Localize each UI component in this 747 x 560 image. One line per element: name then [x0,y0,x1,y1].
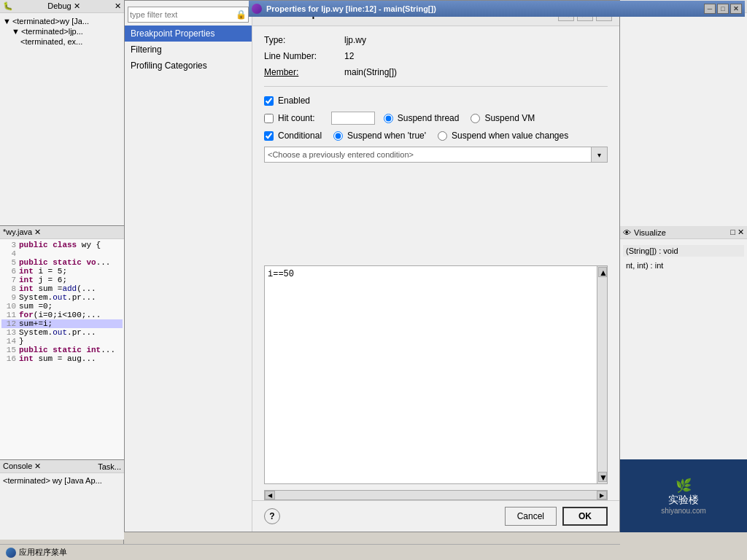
suspend-thread-label: Suspend thread [398,113,460,123]
ide-right-bottom: 👁 Visualize □ ✕ (String[]) : void nt, in… [620,226,747,532]
maximize-button[interactable]: □ [717,4,729,14]
line-number-value: 12 [344,51,354,61]
watermark: 🌿 实验楼 shiyanou.com [620,459,747,532]
suspend-true-radio[interactable] [333,131,343,141]
conditional-label: Conditional [278,131,322,141]
filter-box[interactable]: 🔒 [128,7,249,23]
suspend-true-label: Suspend when 'true' [347,131,426,141]
enabled-row[interactable]: Enabled [264,96,608,106]
watermark-text2: shiyanou.com [661,507,706,515]
minimize-button[interactable]: ─ [704,4,716,14]
sidebar-item-breakpoint-properties[interactable]: Breakpoint Properties [125,26,252,42]
close-button[interactable]: ✕ [730,4,742,14]
suspend-changes-radio[interactable] [438,131,447,141]
code-editor-header: *wy.java ✕ [0,226,124,239]
member-1: (String[]) : void [623,245,744,257]
dialog-body: 🔒 Breakpoint Properties Filtering Profil… [125,1,619,532]
scroll-left-button[interactable]: ◀ [265,491,275,499]
right-members: (String[]) : void nt, int) : int [620,239,747,277]
member-2: nt, int) : int [623,260,744,271]
dialog-footer: ? Cancel OK [252,500,619,532]
condition-dropdown-row[interactable]: <Choose a previously entered condition> … [264,147,608,163]
vertical-scrollbar[interactable]: ▲ ▼ [597,266,607,483]
dialog-main-panel: Line Breakpoint ◀ ▶ ▾ Type: ljp.wy Line … [252,1,619,532]
member-label: Member: [264,67,344,77]
watermark-logo: 🌿 [676,478,692,494]
type-field-row: Type: ljp.wy [264,35,608,45]
properties-dialog: Properties for ljp.wy [line:12] - main(S… [124,0,620,532]
ok-button[interactable]: OK [562,507,608,526]
status-bar: 应用程序菜单 [0,544,620,560]
hitcount-input[interactable] [331,112,375,125]
suspend-vm-label: Suspend VM [484,113,535,123]
separator-1 [264,86,608,87]
hitcount-checkbox[interactable] [264,114,274,123]
titlebar-controls[interactable]: ─ □ ✕ [704,4,742,14]
suspend-thread-radio[interactable] [384,114,393,123]
help-button[interactable]: ? [264,508,280,524]
dropdown-arrow-button[interactable]: ▾ [592,147,608,163]
line-number-field-row: Line Number: 12 [264,51,608,61]
horizontal-scrollbar[interactable]: ◀ ▶ [264,490,608,500]
member-field-row: Member: main(String[]) [264,67,608,77]
code-lines: 3public class wy { 4 5public static vo..… [0,239,124,365]
console-header: Console ✕ Task... [0,460,124,473]
conditional-checkbox[interactable] [264,131,274,141]
console-panel: Console ✕ Task... <terminated> wy [Java … [0,459,124,540]
type-label: Type: [264,35,344,45]
suspend-changes-label: Suspend when value changes [452,131,568,141]
ide-left-panel: 🐛 Debug ✕ ✕ ▼<terminated>wy [Ja... ▼ <te… [0,0,124,560]
eye-icon: 👁 [623,228,631,237]
console-content: <terminated> wy [Java Ap... [0,473,124,488]
sidebar-item-profiling-categories[interactable]: Profiling Categories [125,58,252,74]
code-editor-area[interactable]: i==50 ▲ ▼ [252,265,619,487]
panel-body: Type: ljp.wy Line Number: 12 Member: mai… [252,26,619,265]
dialog-titlebar: Properties for ljp.wy [line:12] - main(S… [249,1,745,17]
sidebar-item-filtering[interactable]: Filtering [125,42,252,58]
filter-lock-icon: 🔒 [236,9,247,20]
status-text: 应用程序菜单 [19,547,67,558]
conditional-row[interactable]: Conditional Suspend when 'true' Suspend … [264,131,608,141]
enabled-checkbox[interactable] [264,96,274,106]
hitcount-row[interactable]: Hit count: Suspend thread Suspend VM [264,112,608,125]
member-value: main(String[]) [344,67,397,77]
code-text: i==50 [268,269,294,279]
scroll-track[interactable] [275,491,597,499]
status-icon [6,548,16,558]
debug-item-3[interactable]: <terminated, ex... [3,36,121,47]
hitcount-label: Hit count: [278,113,315,123]
ide-right-top: Debug ▾ ✕ □ [620,0,747,226]
debug-panel: 🐛 Debug ✕ ✕ ▼<terminated>wy [Ja... ▼ <te… [0,0,124,226]
debug-tree: ▼<terminated>wy [Ja... ▼ <terminated>ljp… [0,13,124,50]
cancel-button[interactable]: Cancel [505,507,557,526]
suspend-vm-radio[interactable] [471,114,480,123]
dialog-icon [252,4,262,14]
debug-item-1[interactable]: ▼<terminated>wy [Ja... [3,16,121,26]
scrollbar-down[interactable]: ▼ [598,472,607,482]
code-editor-container[interactable]: i==50 ▲ ▼ [264,265,608,484]
code-editor-content[interactable]: i==50 [265,266,607,282]
debug-close-icon[interactable]: ✕ [115,1,121,11]
condition-select[interactable]: <Choose a previously entered condition> [264,147,592,163]
debug-icon: 🐛 [3,1,13,11]
line-number-label: Line Number: [264,51,344,61]
watermark-text1: 实验楼 [668,494,699,507]
visualize-header: 👁 Visualize □ ✕ [620,226,747,239]
type-value: ljp.wy [344,35,366,45]
debug-panel-header: 🐛 Debug ✕ ✕ [0,0,124,13]
filter-input[interactable] [130,10,236,19]
debug-title: Debug ✕ [47,1,80,11]
debug-item-2[interactable]: ▼ <terminated>ljp... [3,26,121,36]
footer-buttons: Cancel OK [505,507,608,526]
enabled-label: Enabled [278,96,310,106]
dialog-sidebar: 🔒 Breakpoint Properties Filtering Profil… [125,1,252,532]
scrollbar-up[interactable]: ▲ [598,267,607,277]
scroll-right-button[interactable]: ▶ [597,491,607,499]
dialog-title: Properties for ljp.wy [line:12] - main(S… [266,4,436,13]
right-debug-content [620,13,747,223]
code-editor-panel: *wy.java ✕ 3public class wy { 4 5public … [0,226,124,459]
